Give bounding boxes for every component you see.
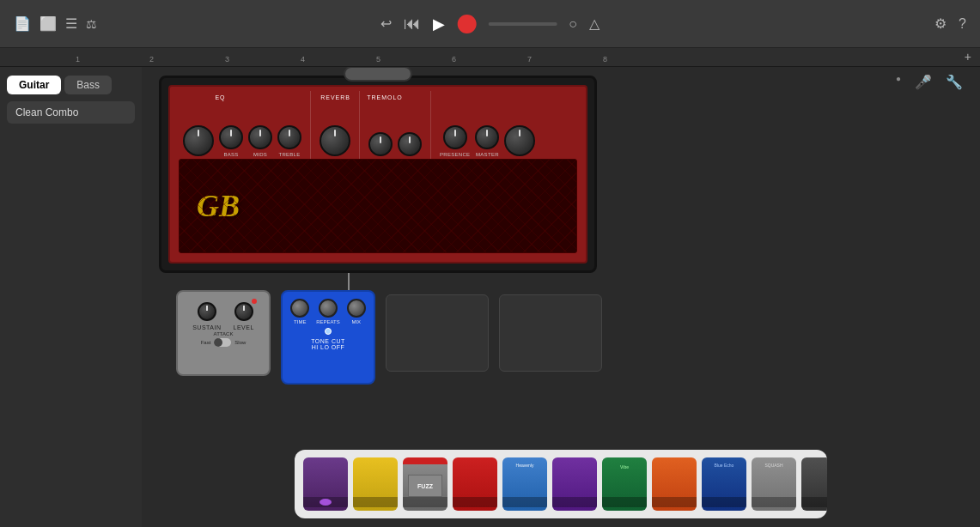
progress-bar	[488, 22, 557, 26]
pedal-picker-item-7[interactable]: Vibe	[602, 457, 647, 511]
ruler-mark-7: 7	[527, 55, 532, 64]
tremolo-label: TREMOLO	[367, 94, 403, 100]
ruler-mark-4: 4	[301, 55, 305, 64]
pedal-picker-item-9[interactable]: Blue Echo	[702, 457, 746, 511]
ruler-mark-5: 5	[376, 55, 380, 64]
tone-cut-label: TONE CUT	[311, 338, 345, 344]
play-button[interactable]: ▶	[433, 15, 445, 33]
delay-pedal[interactable]: Time Repeats Mix TONE CUT HI LO OFF	[281, 290, 375, 385]
dot-icon: ●	[896, 74, 901, 90]
mids-knob[interactable]	[248, 125, 272, 149]
pedal-picker-item-5[interactable]: Heavenly	[502, 457, 547, 511]
new-doc-icon[interactable]: 📄	[14, 15, 31, 32]
pedal-picker-item-11[interactable]	[801, 457, 827, 511]
toolbar-left: 📄 ⬜ ☰ ⚖	[14, 15, 97, 32]
pedal-picker-item-1[interactable]	[303, 457, 348, 511]
settings-icon[interactable]: ⚙	[934, 15, 947, 32]
master-label: MASTER	[476, 152, 499, 157]
pedal-picker-item-4[interactable]	[453, 457, 497, 511]
repeats-knob[interactable]	[319, 299, 338, 318]
sidebar: Guitar Bass Clean Combo	[0, 67, 142, 527]
attack-toggle-thumb	[214, 338, 222, 347]
comp-level-label: LEVEL	[234, 324, 254, 330]
bass-tab[interactable]: Bass	[64, 76, 112, 94]
gain-knob[interactable]	[183, 125, 214, 156]
master-knob[interactable]	[475, 125, 499, 149]
help-icon[interactable]: ?	[959, 16, 966, 32]
main-area: Guitar Bass Clean Combo ● 🎤 🔧 EQ	[0, 67, 980, 527]
toolbar: 📄 ⬜ ☰ ⚖ ↩ ⏮ ▶ ○ △ ⚙ ?	[0, 0, 980, 48]
hi-lo-label: HI LO OFF	[312, 344, 345, 350]
instrument-tabs: Guitar Bass	[7, 76, 135, 94]
sustain-knob-group: SUSTAIN	[192, 302, 221, 330]
tempo-icon[interactable]: ○	[569, 16, 577, 32]
eq-section: EQ GAIN BASS	[174, 91, 311, 164]
preset-clean-combo[interactable]: Clean Combo	[7, 101, 135, 124]
add-track-button[interactable]: +	[965, 50, 971, 64]
time-knob[interactable]	[290, 299, 309, 318]
output-section: PRESENCE MASTER OUTPUT	[431, 91, 544, 164]
amp-logo-panel: GB	[179, 159, 577, 253]
mic-icon[interactable]: 🎤	[915, 74, 932, 90]
comp-level-knob[interactable]	[234, 302, 253, 321]
ruler-mark-1: 1	[76, 55, 80, 64]
tracks-icon[interactable]: ☰	[65, 15, 77, 32]
repeats-knob-group: Repeats	[316, 299, 340, 324]
mix-label: Mix	[351, 319, 361, 324]
undo-icon[interactable]: ↩	[380, 15, 392, 32]
center-content: ● 🎤 🔧 EQ GA	[142, 67, 980, 527]
toolbar-right: ⚙ ?	[934, 15, 966, 32]
time-label: Time	[294, 319, 306, 324]
speed-knob[interactable]	[398, 132, 422, 156]
ruler: 1 2 3 4 5 6 7 8 +	[0, 48, 980, 67]
skip-back-icon[interactable]: ⏮	[404, 14, 421, 33]
mixer-icon[interactable]: ⚖	[86, 17, 97, 31]
slow-label: Slow	[234, 340, 246, 345]
amp-logo: GB	[197, 188, 240, 224]
guitar-tab[interactable]: Guitar	[7, 76, 61, 94]
reverb-label: REVERB	[320, 94, 350, 100]
delay-knobs: Time Repeats Mix	[290, 299, 366, 324]
ruler-mark-2: 2	[149, 55, 154, 64]
bass-knob[interactable]	[219, 125, 243, 149]
ruler-mark-8: 8	[603, 55, 607, 64]
level-knob[interactable]	[320, 125, 350, 156]
record-button[interactable]	[457, 15, 476, 33]
amp-controls-top: ● 🎤 🔧	[896, 74, 963, 90]
level-knob-group: LEVEL	[234, 302, 254, 330]
ruler-mark-6: 6	[452, 55, 456, 64]
pedal-picker-item-8[interactable]	[652, 457, 697, 511]
pedal-slot-3	[386, 294, 489, 372]
amp-container: EQ GAIN BASS	[159, 67, 597, 273]
wrench-icon[interactable]: 🔧	[946, 74, 963, 90]
presence-knob[interactable]	[443, 125, 467, 149]
amp-head: EQ GAIN BASS	[159, 76, 597, 273]
attack-toggle[interactable]	[214, 338, 231, 347]
sustain-knob[interactable]	[198, 302, 216, 321]
mix-knob[interactable]	[347, 299, 366, 318]
tremolo-section: TREMOLO DEPTH SPEED	[360, 91, 431, 164]
reverb-section: REVERB LEVEL	[311, 91, 360, 164]
depth-knob[interactable]	[368, 132, 393, 156]
compressor-pedal[interactable]: SUSTAIN LEVEL ATTACK Fast Slow	[176, 290, 271, 376]
output-knob[interactable]	[504, 125, 535, 156]
pedal-slot-4	[499, 294, 602, 372]
mix-knob-group: Mix	[347, 299, 366, 324]
bass-label: BASS	[223, 152, 238, 157]
sustain-label: SUSTAIN	[192, 324, 221, 330]
attack-label: ATTACK	[214, 331, 234, 336]
repeats-label: Repeats	[316, 319, 340, 324]
split-icon[interactable]: ⬜	[40, 15, 57, 32]
pedal-picker-item-10[interactable]: SQUASH	[752, 457, 796, 511]
treble-knob[interactable]	[277, 125, 301, 149]
pedal-picker-item-2[interactable]	[353, 457, 398, 511]
eq-label: EQ	[215, 94, 225, 100]
pedal-picker-item-6[interactable]	[552, 457, 597, 511]
toolbar-center: ↩ ⏮ ▶ ○ △	[380, 14, 600, 33]
metronome-icon[interactable]: △	[589, 15, 600, 32]
pedal-picker: FUZZ Heavenly Vibe Blue Echo	[295, 450, 827, 518]
treble-label: TREBLE	[278, 152, 300, 157]
delay-indicator	[325, 328, 332, 335]
presence-label: PRESENCE	[440, 152, 470, 157]
pedal-picker-item-3[interactable]: FUZZ	[403, 457, 447, 511]
